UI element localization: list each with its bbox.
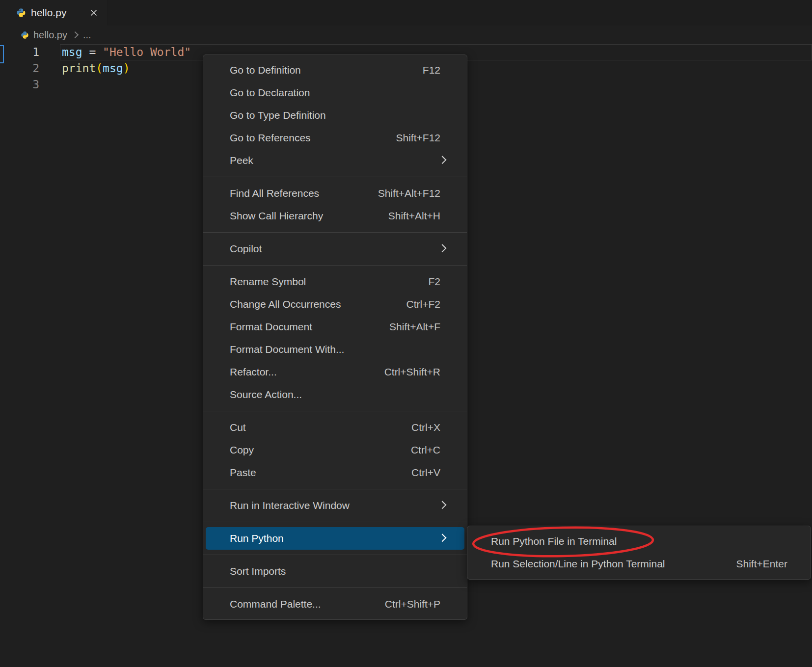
tab-label: hello.py — [31, 7, 66, 19]
menu-item-shortcut: Ctrl+V — [411, 467, 467, 479]
menu-item-source-action[interactable]: Source Action... — [203, 383, 467, 406]
menu-item-format-document-with[interactable]: Format Document With... — [203, 338, 467, 361]
menu-item-run-selection-line-in-python-terminal[interactable]: Run Selection/Line in Python TerminalShi… — [467, 553, 811, 575]
code-line[interactable] — [62, 77, 191, 93]
menu-item-command-palette[interactable]: Command Palette...Ctrl+Shift+P — [203, 593, 467, 615]
menu-item-run-python-file-in-terminal[interactable]: Run Python File in Terminal — [467, 530, 811, 553]
code-token: msg — [103, 62, 123, 75]
menu-item-label: Sort Imports — [203, 565, 286, 577]
code-token: "Hello World" — [103, 46, 191, 58]
menu-item-label: Paste — [203, 467, 256, 479]
menu-item-label: Format Document With... — [203, 344, 344, 355]
code-area[interactable]: msg = "Hello World"print(msg) — [62, 44, 191, 93]
menu-item-copilot[interactable]: Copilot — [203, 238, 467, 260]
close-icon[interactable] — [88, 7, 100, 19]
python-icon — [16, 8, 26, 18]
menu-item-label: Run in Interactive Window — [203, 500, 350, 511]
line-number[interactable]: 3 — [0, 77, 39, 93]
menu-item-shortcut: Shift+Enter — [736, 558, 811, 570]
code-line[interactable]: msg = "Hello World" — [62, 44, 191, 60]
menu-item-label: Command Palette... — [203, 598, 321, 610]
menu-item-shortcut: Shift+Alt+F — [389, 321, 467, 333]
menu-item-shortcut: Shift+Alt+H — [388, 210, 467, 222]
menu-item-find-all-references[interactable]: Find All ReferencesShift+Alt+F12 — [203, 182, 467, 205]
menu-item-refactor[interactable]: Refactor...Ctrl+Shift+R — [203, 361, 467, 383]
menu-item-label: Format Document — [203, 321, 312, 333]
chevron-right-icon — [438, 244, 447, 252]
menu-item-label: Run Python — [206, 533, 284, 544]
code-token: print — [62, 62, 96, 75]
breadcrumb-ellipsis[interactable]: ... — [83, 29, 91, 41]
menu-separator — [203, 489, 467, 489]
chevron-right-icon — [438, 534, 447, 542]
line-number[interactable]: 2 — [0, 60, 39, 77]
vscode-window: { "tab_bar": { "tab": { "title": "hello.… — [0, 0, 812, 667]
menu-item-shortcut: Shift+F12 — [396, 132, 467, 144]
menu-item-shortcut: F12 — [423, 64, 467, 76]
menu-item-rename-symbol[interactable]: Rename SymbolF2 — [203, 270, 467, 293]
menu-separator — [203, 177, 467, 177]
code-token: msg — [62, 46, 82, 58]
menu-separator — [203, 522, 467, 522]
tab-bar: hello.py — [0, 0, 812, 26]
menu-item-label: Run Python File in Terminal — [467, 535, 617, 547]
menu-item-copy[interactable]: CopyCtrl+C — [203, 439, 467, 461]
code-token: ) — [123, 62, 130, 75]
menu-item-shortcut: Ctrl+C — [411, 444, 467, 456]
breadcrumb-file-label[interactable]: hello.py — [33, 29, 67, 41]
tab-hello-py[interactable]: hello.py — [0, 0, 108, 26]
menu-item-cut[interactable]: CutCtrl+X — [203, 416, 467, 439]
menu-separator — [203, 232, 467, 233]
menu-item-go-to-references[interactable]: Go to ReferencesShift+F12 — [203, 127, 467, 149]
menu-item-label: Copy — [203, 444, 254, 456]
menu-item-label: Go to References — [203, 132, 311, 144]
menu-item-label: Go to Declaration — [203, 87, 310, 99]
menu-item-label: Run Selection/Line in Python Terminal — [467, 558, 665, 570]
menu-item-shortcut: Shift+Alt+F12 — [378, 187, 467, 199]
menu-item-go-to-type-definition[interactable]: Go to Type Definition — [203, 104, 467, 127]
menu-item-go-to-declaration[interactable]: Go to Declaration — [203, 81, 467, 104]
left-edge-blue-fragment — [0, 45, 4, 63]
context-menu: Go to DefinitionF12Go to DeclarationGo t… — [203, 54, 467, 620]
menu-item-go-to-definition[interactable]: Go to DefinitionF12 — [203, 59, 467, 81]
menu-item-show-call-hierarchy[interactable]: Show Call HierarchyShift+Alt+H — [203, 205, 467, 227]
menu-item-label: Go to Type Definition — [203, 109, 326, 121]
chevron-right-icon — [72, 31, 79, 38]
menu-item-label: Rename Symbol — [203, 276, 306, 288]
menu-separator — [203, 265, 467, 266]
menu-item-sort-imports[interactable]: Sort Imports — [203, 560, 467, 583]
menu-item-label: Copilot — [203, 243, 262, 255]
menu-item-shortcut: Ctrl+F2 — [406, 298, 467, 310]
menu-item-label: Cut — [203, 422, 246, 433]
line-number-gutter: 123 — [0, 44, 39, 93]
menu-separator — [203, 587, 467, 588]
chevron-right-icon — [438, 156, 447, 164]
menu-item-shortcut: Ctrl+Shift+P — [385, 598, 467, 610]
menu-item-label: Go to Definition — [203, 64, 301, 76]
breadcrumb[interactable]: hello.py ... — [0, 26, 91, 44]
menu-item-format-document[interactable]: Format DocumentShift+Alt+F — [203, 316, 467, 338]
menu-item-run-in-interactive-window[interactable]: Run in Interactive Window — [203, 494, 467, 517]
menu-item-change-all-occurrences[interactable]: Change All OccurrencesCtrl+F2 — [203, 293, 467, 316]
menu-item-shortcut: Ctrl+X — [411, 422, 467, 433]
menu-item-paste[interactable]: PasteCtrl+V — [203, 461, 467, 484]
menu-item-label: Peek — [203, 155, 253, 166]
menu-item-run-python[interactable]: Run Python — [206, 527, 464, 550]
chevron-right-icon — [438, 501, 447, 509]
code-token: ( — [96, 62, 103, 75]
code-line[interactable]: print(msg) — [62, 60, 191, 77]
menu-item-label: Show Call Hierarchy — [203, 210, 323, 222]
menu-item-label: Source Action... — [203, 389, 302, 400]
menu-item-shortcut: Ctrl+Shift+R — [384, 366, 467, 378]
run-python-submenu: Run Python File in TerminalRun Selection… — [467, 526, 811, 580]
menu-item-label: Refactor... — [203, 366, 277, 378]
menu-separator — [203, 411, 467, 411]
menu-item-shortcut: F2 — [428, 276, 467, 288]
menu-item-label: Change All Occurrences — [203, 298, 341, 310]
python-icon — [21, 31, 29, 39]
menu-item-label: Find All References — [203, 187, 319, 199]
line-number[interactable]: 1 — [0, 44, 39, 60]
code-token: = — [82, 46, 103, 58]
menu-separator — [203, 555, 467, 555]
menu-item-peek[interactable]: Peek — [203, 149, 467, 172]
